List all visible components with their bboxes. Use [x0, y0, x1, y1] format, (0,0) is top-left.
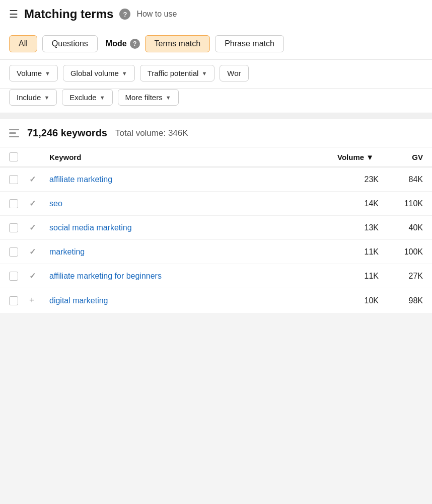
gv-value: 110K [383, 199, 423, 208]
table-row: + digital marketing 10K 98K [0, 288, 432, 313]
check-icon: ✓ [29, 271, 49, 281]
more-filters-dropdown[interactable]: More filters ▼ [118, 89, 179, 106]
table-header: Keyword Volume ▼ GV [0, 147, 432, 167]
keyword-link[interactable]: social media marketing [49, 223, 337, 232]
chevron-down-icon: ▼ [100, 95, 105, 101]
volume-value: 11K [337, 247, 383, 257]
table-row: ✓ social media marketing 13K 40K [0, 216, 432, 240]
plus-icon: + [29, 295, 49, 306]
select-all-checkbox[interactable] [9, 152, 18, 161]
wor-dropdown[interactable]: Wor [220, 65, 248, 81]
check-icon: ✓ [29, 175, 49, 184]
include-dropdown[interactable]: Include ▼ [9, 89, 57, 106]
row-checkbox[interactable] [9, 247, 18, 257]
table-row: ✓ affiliate marketing 23K 84K [0, 167, 432, 192]
total-volume: Total volume: 346K [115, 128, 188, 138]
header-help-icon[interactable]: ? [119, 9, 130, 20]
keyword-link[interactable]: seo [49, 199, 337, 208]
dropdown-row-1: Volume ▼ Global volume ▼ Traffic potenti… [0, 60, 432, 89]
mode-help-icon[interactable]: ? [130, 39, 140, 49]
chevron-down-icon: ▼ [45, 70, 50, 76]
header: ☰ Matching terms ? How to use [0, 0, 432, 28]
check-icon: ✓ [29, 199, 49, 208]
sort-lines-icon[interactable] [9, 129, 19, 137]
exclude-dropdown[interactable]: Exclude ▼ [62, 89, 112, 106]
keyword-link[interactable]: marketing [49, 247, 337, 257]
table-row: ✓ affiliate marketing for beginners 11K … [0, 264, 432, 288]
dropdown-row-2: Include ▼ Exclude ▼ More filters ▼ [0, 89, 432, 113]
tab-all[interactable]: All [9, 35, 37, 52]
gv-value: 27K [383, 272, 423, 281]
row-checkbox[interactable] [9, 272, 18, 281]
chevron-down-icon: ▼ [44, 95, 49, 101]
gv-col-header: GV [383, 153, 423, 161]
row-checkbox[interactable] [9, 175, 18, 184]
volume-value: 14K [337, 199, 383, 208]
gv-value: 84K [383, 175, 423, 184]
keyword-link[interactable]: digital marketing [49, 296, 337, 305]
gv-value: 98K [383, 296, 423, 305]
tab-questions[interactable]: Questions [42, 35, 98, 52]
check-icon: ✓ [29, 247, 49, 257]
volume-col-header[interactable]: Volume ▼ [337, 153, 383, 161]
gv-value: 40K [383, 223, 423, 232]
keyword-col-header: Keyword [49, 153, 337, 161]
volume-value: 13K [337, 223, 383, 232]
volume-value: 10K [337, 296, 383, 305]
volume-dropdown[interactable]: Volume ▼ [9, 65, 58, 81]
stats-row: 71,246 keywords Total volume: 346K [0, 119, 432, 147]
volume-value: 11K [337, 272, 383, 281]
keywords-table: Keyword Volume ▼ GV ✓ affiliate marketin… [0, 147, 432, 313]
traffic-potential-dropdown[interactable]: Traffic potential ▼ [140, 65, 215, 81]
tab-phrase-match[interactable]: Phrase match [215, 35, 284, 52]
volume-value: 23K [337, 175, 383, 184]
table-row: ✓ seo 14K 110K [0, 192, 432, 216]
page-title: Matching terms [24, 7, 113, 21]
row-checkbox[interactable] [9, 223, 18, 232]
mode-label: Mode ? [106, 39, 140, 49]
filter-bar: All Questions Mode ? Terms match Phrase … [0, 28, 432, 60]
hamburger-icon[interactable]: ☰ [9, 8, 18, 20]
row-checkbox[interactable] [9, 296, 18, 305]
keyword-link[interactable]: affiliate marketing [49, 175, 337, 184]
chevron-down-icon: ▼ [166, 95, 171, 101]
how-to-use-link[interactable]: How to use [136, 10, 177, 19]
global-volume-dropdown[interactable]: Global volume ▼ [63, 65, 135, 81]
keywords-count: 71,246 keywords [27, 127, 107, 139]
check-icon: ✓ [29, 223, 49, 232]
section-divider [0, 113, 432, 119]
gv-value: 100K [383, 247, 423, 257]
row-checkbox[interactable] [9, 199, 18, 208]
chevron-down-icon: ▼ [122, 70, 127, 76]
keyword-link[interactable]: affiliate marketing for beginners [49, 272, 337, 281]
tab-terms-match[interactable]: Terms match [145, 35, 210, 52]
chevron-down-icon: ▼ [201, 70, 207, 76]
table-row: ✓ marketing 11K 100K [0, 240, 432, 264]
